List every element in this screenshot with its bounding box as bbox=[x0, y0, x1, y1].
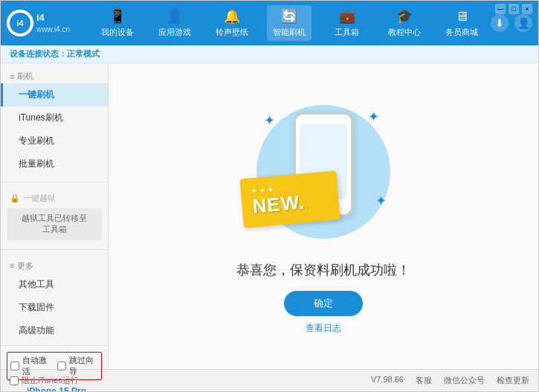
logo-text: i4 www.i4.cn bbox=[36, 12, 70, 34]
sidebar-section-flash: ≡ 刷机 一键刷机 iTunes刷机 专业刷机 批量刷机 bbox=[1, 63, 108, 179]
skip-guide-checkbox[interactable] bbox=[57, 362, 66, 370]
auto-activate-checkbox[interactable] bbox=[10, 362, 19, 370]
header-actions: ⬇ 👤 bbox=[491, 14, 532, 32]
footer-left: 阻止iTunes运行 bbox=[10, 375, 79, 386]
header: i4 i4 www.i4.cn 📱 我的设备 👤 应用游戏 🔔 铃声壁纸 🔄 bbox=[1, 1, 538, 45]
sidebar-section-more: ≡ 更多 其他工具 下载固件 高级功能 bbox=[1, 253, 108, 345]
device-icon: 📱 bbox=[109, 8, 126, 25]
check-update-link[interactable]: 检查更新 bbox=[497, 375, 529, 386]
tutorial-icon: 🎓 bbox=[396, 8, 413, 25]
account-button[interactable]: 👤 bbox=[514, 14, 532, 32]
logo-area: i4 i4 www.i4.cn bbox=[7, 10, 88, 36]
sidebar-section-jailbreak: 🔒 一键越狱 越狱工具已转移至工具箱 bbox=[1, 185, 108, 246]
success-title: 恭喜您，保资料刷机成功啦！ bbox=[236, 261, 410, 279]
sidebar-jailbreak-header: 🔒 一键越狱 bbox=[1, 188, 108, 205]
download-button[interactable]: ⬇ bbox=[491, 14, 509, 32]
nav-my-device[interactable]: 📱 我的设备 bbox=[95, 5, 140, 41]
nav-tutorials[interactable]: 🎓 教程中心 bbox=[382, 5, 427, 41]
nav-toolbox[interactable]: 💼 工具箱 bbox=[325, 5, 369, 41]
device-name: 📱 iPhone 15 Pro Max bbox=[13, 386, 96, 392]
ringtone-icon: 🔔 bbox=[224, 8, 240, 25]
sidebar-item-other-tools[interactable]: 其他工具 bbox=[1, 273, 108, 296]
sidebar-divider-1 bbox=[1, 181, 108, 182]
version-label: V7.98.66 bbox=[371, 375, 404, 386]
sidebar-section-flash-header: ≡ 刷机 bbox=[1, 66, 108, 83]
main-layout: ≡ 刷机 一键刷机 iTunes刷机 专业刷机 批量刷机 🔒 一键越狱 越狱工具… bbox=[1, 63, 538, 369]
close-button[interactable]: × bbox=[522, 4, 532, 14]
sidebar-item-download-firmware[interactable]: 下载固件 bbox=[1, 296, 108, 319]
logo-icon: i4 bbox=[7, 10, 33, 36]
sparkle-2: ✦ bbox=[368, 109, 379, 125]
content-area: ✦ ✦ ✦ ✦ ✦ ✦ NEW. 恭喜您，保资料刷机成功啦！ 确定 查 bbox=[109, 63, 538, 369]
service-icon: 🖥 bbox=[455, 9, 468, 25]
wechat-link[interactable]: 微信公众号 bbox=[444, 375, 485, 386]
sidebar-item-batch-flash[interactable]: 批量刷机 bbox=[1, 152, 108, 176]
nav-smart-flash[interactable]: 🔄 智能刷机 bbox=[267, 5, 312, 41]
stop-itunes-checkbox[interactable] bbox=[10, 376, 19, 385]
sparkle-3: ✦ bbox=[375, 193, 387, 209]
sidebar: ≡ 刷机 一键刷机 iTunes刷机 专业刷机 批量刷机 🔒 一键越狱 越狱工具… bbox=[1, 63, 109, 369]
minimize-button[interactable]: — bbox=[495, 4, 506, 14]
new-ribbon: ✦ ✦ ✦ NEW. bbox=[239, 170, 340, 228]
apps-icon: 👤 bbox=[167, 8, 183, 25]
status-bar: 设备连接状态：正常模式 bbox=[1, 45, 538, 63]
customer-service-link[interactable]: 客服 bbox=[416, 375, 432, 386]
success-illustration: ✦ ✦ ✦ ✦ ✦ ✦ NEW. bbox=[249, 97, 398, 246]
sparkle-1: ✦ bbox=[264, 112, 275, 129]
sidebar-item-pro-flash[interactable]: 专业刷机 bbox=[1, 129, 108, 152]
nav-ringtones[interactable]: 🔔 铃声壁纸 bbox=[210, 5, 254, 41]
sidebar-item-advanced[interactable]: 高级功能 bbox=[1, 319, 108, 342]
sidebar-more-header: ≡ 更多 bbox=[1, 256, 108, 273]
flash-icon: 🔄 bbox=[281, 8, 297, 25]
sidebar-jailbreak-notice: 越狱工具已转移至工具箱 bbox=[7, 208, 102, 240]
nav-apps-games[interactable]: 👤 应用游戏 bbox=[152, 5, 197, 41]
maximize-button[interactable]: □ bbox=[509, 4, 519, 14]
window-controls: — □ × bbox=[495, 4, 532, 14]
view-log-link[interactable]: 查看日志 bbox=[306, 322, 341, 335]
toolbox-icon: 💼 bbox=[339, 8, 355, 25]
sidebar-item-itunes-flash[interactable]: iTunes刷机 bbox=[1, 106, 108, 129]
sidebar-item-one-key-flash[interactable]: 一键刷机 bbox=[1, 83, 108, 106]
sidebar-divider-2 bbox=[1, 249, 108, 250]
confirm-button[interactable]: 确定 bbox=[284, 291, 363, 316]
nav-service[interactable]: 🖥 务员商城 bbox=[439, 6, 484, 41]
footer-right: V7.98.66 客服 微信公众号 检查更新 bbox=[371, 375, 529, 386]
nav-bar: 📱 我的设备 👤 应用游戏 🔔 铃声壁纸 🔄 智能刷机 💼 工具箱 🎓 bbox=[88, 5, 491, 41]
